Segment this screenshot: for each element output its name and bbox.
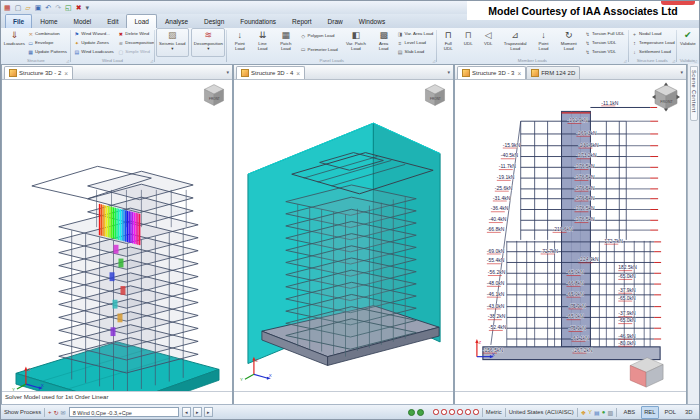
menu-tab-analyse[interactable]: Analyse — [157, 14, 196, 28]
layers-icon[interactable]: ▤ — [594, 409, 600, 416]
toggle-abs[interactable]: ABS — [620, 406, 639, 419]
ribbon-button-delete-wind[interactable]: ✖Delete Wind — [116, 29, 157, 38]
load-value-label: -273.2kN — [577, 154, 598, 159]
redo-icon[interactable]: ↷ — [55, 3, 61, 12]
open-icon[interactable]: ▱ — [25, 3, 30, 12]
ribbon-button-nodal-load[interactable]: +Nodal Load — [630, 29, 677, 38]
delete-icon[interactable]: ✖ — [76, 3, 82, 12]
ribbon-button-var-patch-load[interactable]: ◧Var. Patch Load — [340, 28, 373, 57]
ribbon-button-wind-loadcases[interactable]: ▤Wind Loadcases — [72, 47, 116, 56]
ribbon-button-label: Envelope — [35, 40, 53, 45]
scene-content-tab[interactable]: Scene Content — [690, 66, 698, 121]
load-value-label: -11.7kN — [499, 164, 516, 169]
viewport-canvas-wind-zones[interactable]: ZXY FRONT — [234, 80, 453, 391]
viewport-tab-icon — [241, 69, 249, 77]
ribbon-button-validate[interactable]: ✔Validate — [678, 28, 698, 57]
ribbon-button-vdl[interactable]: ◁VDL — [478, 28, 498, 57]
toggle-3d[interactable]: 3D — [682, 406, 696, 419]
toggle-rel[interactable]: REL — [641, 406, 659, 419]
menu-tab-report[interactable]: Report — [284, 14, 320, 28]
viewport-canvas-frame-loads[interactable]: -11.1kN-191.9kN-269.3kN-15.9kN-230.5kN-4… — [455, 80, 686, 391]
new-icon[interactable]: ▢ — [15, 3, 22, 12]
ribbon-button-polygon-load[interactable]: ◇Polygon Load — [298, 32, 340, 41]
viewport-tab-structure-3d-4[interactable]: Structure 3D - 4× — [236, 66, 305, 79]
viewport-canvas-3d-wireframe[interactable]: ZXY FRONT — [2, 80, 232, 391]
ribbon-button-torsion-full-udl[interactable]: ↯Torsion Full UDL — [583, 29, 627, 38]
refresh-icon[interactable]: ◱ — [65, 3, 72, 12]
close-tab-icon[interactable]: × — [296, 70, 300, 77]
render-icon[interactable]: ● — [602, 409, 606, 415]
ribbon-button-point-load[interactable]: ↓Point Load — [532, 28, 555, 57]
ribbon-button-moment-load[interactable]: ↻Moment Load — [555, 28, 583, 57]
menu-tab-windows[interactable]: Windows — [351, 14, 393, 28]
close-tab-icon[interactable]: × — [64, 70, 68, 77]
loadcase-selector[interactable]: 8 Wind 0,Cpe -0.3,+Cpe — [69, 407, 179, 417]
viewport-tab-menu-icon[interactable]: ▾ — [445, 69, 454, 75]
ribbon-button-update-zones[interactable]: ✦Update Zones — [72, 38, 116, 47]
ribbon-button-patch-load[interactable]: ▦Patch Load — [273, 28, 298, 57]
ribbon-button-simple-wind[interactable]: ▢Simple Wind — [116, 47, 157, 56]
nav-cube[interactable]: FRONT — [422, 82, 448, 108]
application-window: ▦▢▱▣↶↷◱✖▾ Model Courtesy of IAA Associat… — [0, 0, 700, 420]
viewport-tab-structure-3d-3[interactable]: Structure 3D - 3× — [457, 66, 526, 79]
viewport-tab-frm-124-2d[interactable]: FRM 124 2D — [526, 66, 580, 79]
ribbon-button-decomposition[interactable]: ≋Decomposition ▾ — [191, 28, 225, 57]
menu-tab-file[interactable]: File — [5, 14, 32, 28]
undo-icon[interactable]: ↶ — [45, 3, 51, 12]
view-settings-icon[interactable]: ❖ — [581, 409, 586, 416]
close-tab-icon[interactable]: × — [517, 70, 521, 77]
move-axes-icon[interactable]: + — [48, 409, 52, 415]
toggle-pol[interactable]: POL — [661, 406, 680, 419]
ribbon-button-level-load[interactable]: ≡Level Load — [395, 38, 435, 47]
units-label[interactable]: Metric — [486, 409, 502, 415]
ribbon-button-seismic-load[interactable]: ▨Seismic Load ▾ — [156, 28, 188, 57]
menu-tab-edit[interactable]: Edit — [99, 14, 126, 28]
viewport-tab-menu-icon[interactable]: ▾ — [223, 69, 232, 75]
last-loadcase-icon[interactable]: ▸ — [204, 407, 213, 417]
separator — [577, 408, 578, 417]
ribbon-button-decomposition[interactable]: ≋Decomposition — [116, 38, 157, 47]
viewport-tab-menu-icon[interactable]: ▾ — [678, 69, 687, 75]
ribbon-button-update-patterns[interactable]: ▦Update Patterns — [26, 47, 69, 56]
qat-menu-icon[interactable]: ▾ — [86, 3, 90, 12]
print-icon[interactable]: ▥ — [607, 409, 613, 416]
axis-y-icon[interactable]: Y — [588, 409, 592, 415]
ribbon-button-udl[interactable]: ⊓UDL — [458, 28, 478, 57]
viewport-tab-structure-3d-2[interactable]: Structure 3D - 2× — [4, 66, 73, 79]
ribbon-button-area-load[interactable]: ▩Area Load — [372, 28, 395, 57]
ribbon-button-torsion-udl[interactable]: ↯Torsion UDL — [583, 38, 627, 47]
nav-cube[interactable]: FRONT — [651, 82, 681, 112]
ribbon-button-torsion-vdl[interactable]: ↯Torsion VDL — [583, 47, 627, 56]
ribbon-button-combination[interactable]: ≍Combination — [26, 29, 69, 38]
viewport-status-text — [455, 391, 686, 404]
ribbon-button-full-udl[interactable]: ⊓Full UDL — [438, 28, 458, 57]
menu-tab-design[interactable]: Design — [196, 14, 232, 28]
ribbon-button-settlement-load[interactable]: ↓Settlement Load — [630, 47, 677, 56]
ribbon-button-line-load[interactable]: ⇊Line Load — [252, 28, 274, 57]
menu-tab-model[interactable]: Model — [66, 14, 100, 28]
ribbon-button-trapezoidal-load[interactable]: ⊿Trapezoidal Load — [498, 28, 532, 57]
app-icon[interactable]: ▦ — [4, 3, 11, 12]
ribbon-button-var-area-load[interactable]: ◨Var. Area Load — [395, 29, 435, 38]
ribbon-button-slab-load[interactable]: ▤Slab Load — [395, 47, 435, 56]
wind-loadcases-icon: ▤ — [74, 49, 80, 55]
prev-loadcase-icon[interactable]: ◂ — [182, 407, 191, 417]
save-icon[interactable]: ▣ — [35, 3, 42, 12]
ribbon-button-envelope[interactable]: ▭Envelope — [26, 38, 69, 47]
design-code-label[interactable]: United States (ACI/AISC) — [509, 409, 574, 415]
ribbon-button-wind-wizard[interactable]: ⚑Wind Wizard... — [72, 29, 116, 38]
next-loadcase-icon[interactable]: ▸ — [193, 407, 202, 417]
ribbon-button-perimeter-load[interactable]: ▭Perimeter Load — [298, 45, 340, 54]
menu-tab-foundations[interactable]: Foundations — [232, 14, 284, 28]
ribbon-button-loadcases[interactable]: ⇓Loadcases — [3, 28, 26, 57]
rotate-axes-icon[interactable]: ↻ — [54, 409, 59, 416]
menu-tab-home[interactable]: Home — [32, 14, 65, 28]
nav-cube[interactable]: FRONT — [201, 82, 227, 108]
ribbon-button-temperature-load[interactable]: ↕Temperature Load — [630, 38, 677, 47]
menu-tab-load[interactable]: Load — [126, 14, 156, 28]
ribbon-button-point-load[interactable]: ↓Point Load — [228, 28, 251, 57]
status-indicator-green — [417, 409, 424, 416]
envelope-icon[interactable]: ✉ — [61, 409, 66, 416]
menu-tab-draw[interactable]: Draw — [320, 14, 351, 28]
window-close-button[interactable] — [661, 1, 695, 5]
